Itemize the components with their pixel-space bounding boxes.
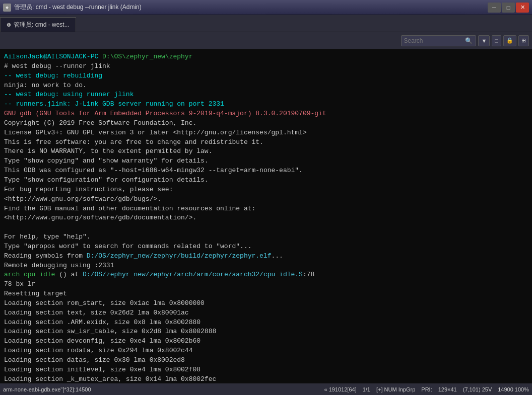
terminal-line-27: Loading section text, size 0x26d2 lma 0x… xyxy=(4,308,528,318)
terminal-blank-1 xyxy=(4,223,528,232)
terminal: AilsonJack@AILSONJACK-PC D:\OS\zephyr_ne… xyxy=(0,49,532,383)
app-icon: ❖ xyxy=(3,4,11,12)
toolbar: 🔍 ▼ □ 🔒 ⊞ xyxy=(0,32,532,49)
statusbar: arm-none-eabi-gdb.exe"[*32]:14500 « 1910… xyxy=(0,383,532,395)
terminal-line-33: Loading section initlevel, size 0xe4 lma… xyxy=(4,365,528,375)
terminal-line-26: Loading section rom_start, size 0x1ac lm… xyxy=(4,299,528,308)
terminal-line-4: ninja: no work to do. xyxy=(4,81,528,91)
terminal-line-2: # west debug --runner jlink xyxy=(4,62,528,71)
terminal-line-29: Loading section sw_isr_table, size 0x2d8… xyxy=(4,327,528,337)
statusbar-load: 14900 100% xyxy=(498,386,529,392)
minimize-button[interactable]: ─ xyxy=(488,3,501,13)
tab-label: 管理员: cmd - west... xyxy=(14,21,70,29)
statusbar-exe: arm-none-eabi-gdb.exe"[*32]:14500 xyxy=(3,386,91,392)
terminal-line-11: There is NO WARRANTY, to the extent perm… xyxy=(4,147,528,156)
terminal-line-7: GNU gdb (GNU Tools for Arm Embedded Proc… xyxy=(4,109,528,119)
tabbar: ❶ 管理员: cmd - west... xyxy=(0,15,532,32)
terminal-line-9: License GPLv3+: GNU GPL version 3 or lat… xyxy=(4,128,528,138)
statusbar-pos: « 191012[64] xyxy=(324,386,356,392)
terminal-line-20: Type "apropos word" to search for comman… xyxy=(4,242,528,252)
terminal-line-21: Reading symbols from D:/OS/zephyr_new/ze… xyxy=(4,252,528,261)
search-box[interactable]: 🔍 xyxy=(401,35,476,46)
close-button[interactable]: ✕ xyxy=(516,3,529,13)
terminal-line-15: For bug reporting instructions, please s… xyxy=(4,185,528,195)
terminal-line-17: Find the GDB manual and other documentat… xyxy=(4,204,528,214)
statusbar-pri: PRI: xyxy=(421,386,432,392)
terminal-line-23: arch_cpu_idle () at D:/OS/zephyr_new/zep… xyxy=(4,270,528,280)
statusbar-extra: (7,101) 25V xyxy=(463,386,492,392)
terminal-line-10: This is free software: you are free to c… xyxy=(4,138,528,147)
terminal-line-31: Loading section rodata, size 0x294 lma 0… xyxy=(4,346,528,356)
toolbar-dropdown-btn[interactable]: ▼ xyxy=(478,35,490,46)
search-input[interactable] xyxy=(404,37,464,44)
terminal-line-19: For help, type "help". xyxy=(4,232,528,242)
titlebar: ❖ 管理员: cmd - west debug --runner jlink (… xyxy=(0,0,532,15)
maximize-button[interactable]: □ xyxy=(502,3,515,13)
terminal-line-24: 78 bx lr xyxy=(4,280,528,289)
toolbar-lock-btn[interactable]: 🔒 xyxy=(503,35,516,46)
terminal-line-8: Copyright (C) 2019 Free Software Foundat… xyxy=(4,119,528,128)
toolbar-layout-btn[interactable]: ⊞ xyxy=(518,35,529,46)
titlebar-left: ❖ 管理员: cmd - west debug --runner jlink (… xyxy=(3,3,142,12)
statusbar-line: 1/1 xyxy=(363,386,370,392)
terminal-line-14: Type "show configuration" for configurat… xyxy=(4,176,528,185)
terminal-line-28: Loading section .ARM.exidx, size 0x8 lma… xyxy=(4,318,528,328)
tab-spacer xyxy=(76,17,532,32)
terminal-line-25: Resetting target xyxy=(4,289,528,299)
terminal-line-3: -- west debug: rebuilding xyxy=(4,71,528,81)
active-tab[interactable]: ❶ 管理员: cmd - west... xyxy=(0,17,76,32)
terminal-line-16: <http://www.gnu.org/software/gdb/bugs/>. xyxy=(4,195,528,204)
statusbar-mode: [+] NUM InpGrp xyxy=(376,386,415,392)
statusbar-dim: 129×41 xyxy=(438,386,457,392)
terminal-line-34: Loading section _k_mutex_area, size 0x14… xyxy=(4,375,528,383)
toolbar-window-btn[interactable]: □ xyxy=(492,35,501,46)
terminal-line-6: -- runners.jlink: J-Link GDB server runn… xyxy=(4,100,528,109)
terminal-line-1: AilsonJack@AILSONJACK-PC D:\OS\zephyr_ne… xyxy=(4,52,528,62)
terminal-line-22: Remote debugging using :2331 xyxy=(4,261,528,271)
search-button[interactable]: 🔍 xyxy=(464,37,474,44)
tab-icon: ❶ xyxy=(7,22,11,28)
terminal-line-18: <http://www.gnu.org/software/gdb/documen… xyxy=(4,213,528,223)
titlebar-title: 管理员: cmd - west debug --runner jlink (Ad… xyxy=(14,3,142,12)
terminal-line-13: This GDB was configured as "--host=i686-… xyxy=(4,166,528,176)
terminal-line-30: Loading section devconfig, size 0xe4 lma… xyxy=(4,337,528,346)
terminal-line-5: -- west debug: using runner jlink xyxy=(4,90,528,100)
titlebar-controls: ─ □ ✕ xyxy=(488,3,529,13)
terminal-line-12: Type "show copying" and "show warranty" … xyxy=(4,156,528,166)
terminal-line-32: Loading section datas, size 0x30 lma 0x8… xyxy=(4,356,528,365)
